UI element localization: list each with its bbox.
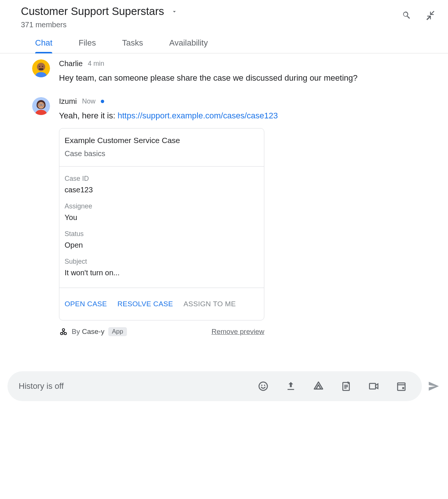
docs-icon[interactable] [340, 381, 352, 392]
case-link[interactable]: https://support.example.com/cases/case12… [118, 111, 278, 120]
avatar [32, 97, 50, 115]
tab-tasks[interactable]: Tasks [122, 38, 143, 53]
now-indicator-dot [101, 100, 104, 103]
resolve-case-button[interactable]: RESOLVE CASE [118, 300, 173, 308]
svg-point-3 [42, 66, 43, 67]
composer-placeholder: History is off [19, 381, 258, 391]
remove-preview-link[interactable]: Remove preview [212, 328, 265, 336]
message: Izumi Now Yeah, here it is: https://supp… [32, 96, 427, 347]
send-icon[interactable] [427, 379, 441, 393]
tab-chat[interactable]: Chat [35, 38, 52, 53]
calendar-icon[interactable] [396, 381, 407, 392]
tab-files[interactable]: Files [78, 38, 96, 53]
sender-name: Izumi [59, 97, 77, 106]
message-text: Yeah, here it is: https://support.exampl… [59, 109, 427, 122]
svg-point-13 [62, 329, 65, 331]
field-value: It won't turn on... [65, 269, 259, 277]
field-value: Open [65, 241, 259, 250]
space-title[interactable]: Customer Support Superstars [21, 5, 164, 18]
svg-rect-20 [402, 387, 404, 389]
svg-point-9 [39, 105, 40, 105]
field-label: Status [65, 230, 259, 238]
message-time: 4 min [88, 60, 104, 68]
avatar [32, 59, 50, 77]
card-subtitle: Case basics [65, 149, 259, 158]
assign-to-me-button[interactable]: ASSIGN TO ME [184, 300, 236, 308]
svg-rect-19 [398, 383, 405, 390]
upload-icon[interactable] [285, 381, 296, 392]
card-title: Example Customer Service Case [65, 136, 259, 145]
svg-point-2 [39, 66, 40, 67]
link-preview-card: Example Customer Service Case Case basic… [59, 128, 264, 320]
svg-point-10 [42, 105, 43, 105]
app-attribution: By Case-y [72, 328, 105, 336]
sender-name: Charlie [59, 59, 83, 68]
tab-row: Chat Files Tasks Availability [0, 29, 448, 53]
message-text-prefix: Yeah, here it is: [59, 111, 118, 120]
card-footer: By Case-y App Remove preview [59, 327, 264, 336]
message: Charlie 4 min Hey team, can someone plea… [32, 58, 427, 96]
video-icon[interactable] [368, 381, 379, 392]
search-icon[interactable] [402, 10, 411, 19]
emoji-icon[interactable] [258, 381, 269, 392]
collapse-icon[interactable] [426, 10, 435, 19]
app-badge: App [108, 327, 127, 336]
message-time: Now [82, 97, 96, 105]
svg-point-14 [259, 382, 268, 391]
field-label: Assignee [65, 202, 259, 210]
field-value: case123 [65, 186, 259, 194]
message-composer[interactable]: History is off [7, 371, 422, 401]
svg-rect-4 [39, 68, 43, 70]
drive-icon[interactable] [313, 381, 324, 392]
svg-point-16 [264, 385, 265, 386]
field-label: Subject [65, 258, 259, 266]
svg-point-15 [261, 385, 263, 386]
tab-availability[interactable]: Availability [169, 38, 208, 53]
field-label: Case ID [65, 175, 259, 183]
svg-rect-18 [370, 384, 376, 389]
chevron-down-icon[interactable] [171, 8, 178, 15]
open-case-button[interactable]: OPEN CASE [65, 300, 107, 308]
member-count: 371 members [21, 21, 402, 29]
webhook-icon [59, 327, 68, 336]
message-text: Hey team, can someone please share the c… [59, 72, 427, 84]
field-value: You [65, 213, 259, 222]
